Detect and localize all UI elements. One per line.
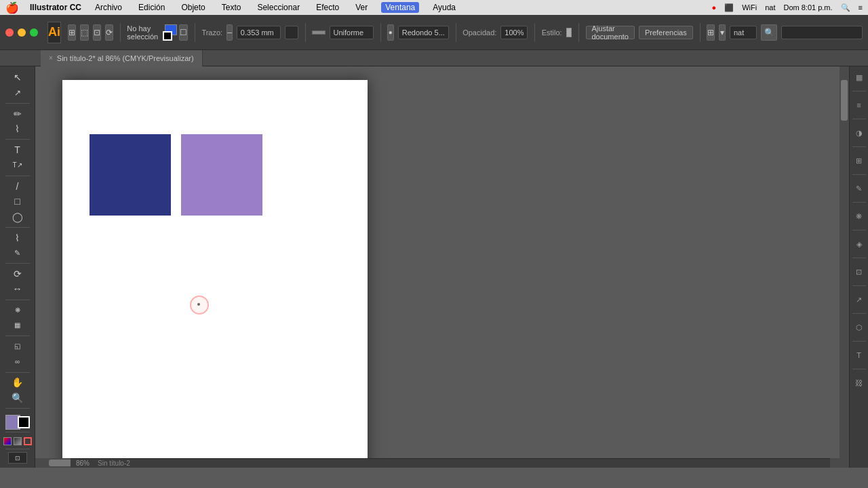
blue-rectangle[interactable] (90, 134, 171, 216)
menu-ver[interactable]: Ver (353, 3, 370, 12)
corner-style-icon[interactable]: ● (387, 24, 394, 41)
transform-panel-btn[interactable]: ↗ (852, 293, 866, 306)
line-tool[interactable]: / (5, 179, 30, 192)
layers-panel-btn[interactable]: ≡ (852, 98, 866, 112)
rp-sep-4 (852, 174, 866, 175)
type-tool[interactable]: T (5, 143, 30, 157)
arrange-icon[interactable]: ⟳ (105, 24, 113, 41)
pathfinder-btn[interactable]: ⬡ (852, 321, 866, 334)
rp-sep-11 (852, 369, 866, 369)
vertical-scroll-thumb[interactable] (841, 80, 848, 121)
swatches-panel-btn[interactable]: ⊞ (852, 154, 866, 167)
canvas-content[interactable] (62, 80, 368, 468)
menu-ventana[interactable]: Ventana (381, 2, 419, 13)
color-icon[interactable] (3, 437, 12, 445)
align-panel-btn[interactable]: ⊡ (852, 265, 866, 279)
blend-tool[interactable]: ∞ (5, 354, 30, 368)
record-indicator: ● (711, 3, 716, 12)
stroke-value-input[interactable]: 0.353 mm (237, 26, 281, 39)
search-input[interactable] (781, 26, 863, 39)
rp-sep-2 (852, 119, 866, 119)
color-swatches[interactable] (5, 415, 30, 428)
touch-type-tool[interactable]: T↗ (5, 158, 30, 171)
symbols-panel-btn[interactable]: ❋ (852, 209, 866, 223)
pencil-tool[interactable]: ✎ (5, 246, 30, 260)
close-button[interactable] (5, 28, 14, 37)
vertical-scrollbar[interactable] (840, 66, 849, 468)
tab-close[interactable]: × (49, 54, 53, 62)
select-tool[interactable]: ↖ (5, 70, 30, 84)
type-panel-btn[interactable]: T (852, 348, 866, 362)
stroke-color-swatch[interactable] (18, 416, 30, 428)
fill-stroke-indicator[interactable] (165, 24, 172, 41)
transform-icon[interactable]: ⊡ (93, 24, 101, 41)
right-panel: ▦ ≡ ◑ ⊞ ✎ ❋ ◈ ⊡ ↗ ⬡ T ⛓ (849, 66, 868, 468)
artboard-icon[interactable]: ⬚ (80, 24, 89, 41)
stroke-label: Trazo: (201, 28, 222, 37)
apple-menu[interactable]: 🍎 (5, 1, 19, 14)
adjust-doc-button[interactable]: Ajustar documento (586, 26, 635, 39)
rp-sep-1 (852, 91, 866, 92)
paintbrush-tool[interactable]: ⌇ (5, 230, 30, 244)
traffic-lights (5, 28, 38, 37)
gradient-tool[interactable]: ◱ (5, 340, 30, 353)
corner-dropdown[interactable]: Redondo 5... (398, 26, 449, 39)
list-icon[interactable]: ≡ (859, 3, 863, 12)
menu-texto[interactable]: Texto (219, 3, 244, 12)
color-panel-btn[interactable]: ◑ (852, 126, 866, 140)
menu-seleccionar[interactable]: Seleccionar (254, 3, 302, 12)
rp-sep-6 (852, 230, 866, 230)
symbol-tool[interactable]: ❋ (5, 303, 30, 317)
menu-ayuda[interactable]: Ayuda (430, 3, 458, 12)
user-name: nat (765, 3, 775, 12)
menu-edicion[interactable]: Edición (136, 3, 167, 12)
rotate-tool[interactable]: ⟳ (5, 267, 30, 281)
clock: Dom 8:01 p.m. (783, 3, 832, 12)
properties-panel-btn[interactable]: ▦ (852, 70, 866, 84)
hand-tool[interactable]: ✋ (5, 375, 30, 389)
no-selection-label: No hay selección (127, 24, 158, 41)
gradient-icon[interactable] (14, 437, 22, 445)
scale-tool[interactable]: ↔ (5, 282, 30, 296)
rect-tool[interactable]: □ (5, 195, 30, 208)
none-icon[interactable] (24, 437, 32, 445)
opacity-value[interactable]: 100% (500, 26, 528, 39)
search-bar-icon[interactable]: 🔍 (761, 24, 777, 41)
menu-efecto[interactable]: Efecto (313, 3, 342, 12)
links-panel-btn[interactable]: ⛓ (852, 376, 866, 390)
zoom-tool[interactable]: 🔍 (5, 391, 30, 405)
search-icon[interactable]: 🔍 (841, 3, 850, 12)
stroke-swatch[interactable] (163, 31, 172, 41)
user-dropdown[interactable]: nat (730, 26, 757, 39)
ellipse-tool[interactable]: ◯ (5, 209, 30, 223)
pen-tool[interactable]: ✏ (5, 106, 30, 120)
brushes-panel-btn[interactable]: ✎ (852, 182, 866, 195)
menu-objeto[interactable]: Objeto (178, 3, 208, 12)
preferences-button[interactable]: Preferencias (639, 26, 693, 39)
drawing-mode-icon[interactable]: ⊡ (8, 452, 27, 464)
stroke-weight-icon[interactable]: – (226, 24, 233, 41)
style-swatch[interactable] (566, 28, 572, 37)
purple-rectangle[interactable] (181, 134, 262, 216)
mode-icon[interactable]: ☐ (179, 24, 188, 41)
panel-toggle-icon[interactable]: ▾ (719, 24, 726, 41)
tool-sep-9 (5, 408, 30, 409)
tool-sep-4 (5, 227, 30, 228)
minimize-button[interactable] (18, 28, 26, 37)
menubar-right: ● ⬛ WiFi nat Dom 8:01 p.m. 🔍 ≡ (711, 3, 863, 12)
wifi-icon: WiFi (742, 3, 757, 12)
style-label: Estilo: (542, 28, 562, 37)
new-doc-icon[interactable]: ⊞ (68, 24, 76, 41)
curvature-tool[interactable]: ⌇ (5, 122, 30, 136)
rp-sep-7 (852, 258, 866, 258)
fullscreen-button[interactable] (30, 28, 38, 37)
graph-tool[interactable]: ▦ (5, 319, 30, 332)
direct-select-tool[interactable]: ↗ (5, 85, 30, 99)
canvas-area[interactable]: 86% Sin título-2 (35, 66, 849, 468)
menu-archivo[interactable]: Archivo (92, 3, 125, 12)
graphic-styles-btn[interactable]: ◈ (852, 237, 866, 251)
document-tab[interactable]: × Sin título-2* al 86% (CMYK/Previsualiz… (41, 50, 203, 66)
arrange-right-icon[interactable]: ⊞ (707, 24, 715, 41)
stroke-type-dropdown[interactable]: Uniforme (330, 26, 374, 39)
tool-sep-11 (5, 449, 30, 449)
